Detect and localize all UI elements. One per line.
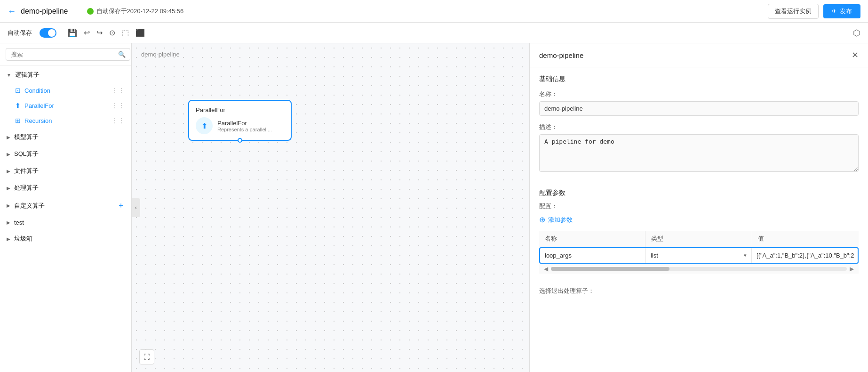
auto-save-label: 自动保存 xyxy=(8,29,32,37)
collapse-sidebar-button[interactable]: ‹ xyxy=(132,198,140,217)
param-value-cell[interactable]: [{"A_a":1,"B_b":2},{"A_a":10,"B_b":2 xyxy=(752,248,858,263)
col-header-type: 类型 xyxy=(645,231,752,247)
config-params-section: 配置参数 配置： ⊕ 添加参数 名称 类型 值 xyxy=(530,181,868,281)
right-panel: demo-pipeline ✕ 基础信息 名称： 描述： A pipeline … xyxy=(529,43,868,372)
redo-icon[interactable]: ↪ xyxy=(96,28,103,37)
canvas-area[interactable]: demo-pipeline ‹ ParallelFor ⬆ ParallelFo… xyxy=(132,43,529,372)
parallelfor-label: ParallelFor xyxy=(24,102,111,109)
sidebar-group-process: ▶ 处理算子 xyxy=(0,179,131,196)
add-custom-icon[interactable]: ＋ xyxy=(117,201,125,210)
param-table-header: 名称 类型 值 xyxy=(539,231,859,247)
parallelfor-node-icon: ⬆ xyxy=(201,121,207,130)
status-dot xyxy=(87,8,94,15)
arrow-right-icon5: ▶ xyxy=(7,203,10,208)
sidebar-group-custom-header[interactable]: ▶ 自定义算子 ＋ xyxy=(0,196,131,214)
node-name: ParallelFor xyxy=(217,120,272,127)
param-value-text: [{"A_a":1,"B_b":2},{"A_a":10,"B_b":2 xyxy=(757,252,854,259)
sidebar-group-process-header[interactable]: ▶ 处理算子 xyxy=(0,179,131,196)
auto-save-text: 自动保存于2020-12-22 09:45:56 xyxy=(96,7,184,16)
param-type-select[interactable]: list ▾ xyxy=(651,252,747,259)
scroll-right-arrow[interactable]: ▶ xyxy=(850,266,854,272)
sidebar-item-parallelfor[interactable]: ⬆ ParallelFor ⋮⋮ xyxy=(0,98,131,113)
sidebar-item-condition[interactable]: ⊡ Condition ⋮⋮ xyxy=(0,83,131,98)
node-title: ParallelFor xyxy=(196,106,284,113)
param-type-cell[interactable]: list ▾ xyxy=(646,248,752,263)
drag-handle-icon2[interactable]: ⋮⋮ xyxy=(111,102,125,109)
fullscreen-icon: ⛶ xyxy=(143,353,150,361)
add-param-button[interactable]: ⊕ 添加参数 xyxy=(539,215,859,224)
condition-label: Condition xyxy=(24,87,111,94)
undo-icon[interactable]: ↩ xyxy=(84,28,90,37)
view-instances-button[interactable]: 查看运行实例 xyxy=(768,4,819,19)
scrollbar-thumb[interactable] xyxy=(551,267,669,271)
run-icon[interactable]: ⊙ xyxy=(109,28,115,37)
sidebar-group-test-label: test xyxy=(14,219,125,226)
param-name-cell[interactable] xyxy=(540,248,646,263)
param-table-row: list ▾ [{"A_a":1,"B_b":2},{"A_a":10,"B_b… xyxy=(539,247,859,264)
node-description: Represents a parallel ... xyxy=(217,127,272,132)
sidebar-group-trash-header[interactable]: ▶ 垃圾箱 xyxy=(0,230,131,247)
parallelfor-node[interactable]: ParallelFor ⬆ ParallelFor Represents a p… xyxy=(188,100,292,141)
node-port[interactable] xyxy=(238,138,242,143)
add-param-label: 添加参数 xyxy=(548,216,573,224)
back-button[interactable]: ← xyxy=(8,7,16,16)
auto-save-toggle[interactable] xyxy=(40,28,56,38)
arrow-right-icon4: ▶ xyxy=(7,186,10,191)
page-title: demo-pipeline xyxy=(21,7,68,16)
desc-label: 描述： xyxy=(539,123,859,131)
sidebar-group-model-header[interactable]: ▶ 模型算子 xyxy=(0,128,131,145)
desc-textarea[interactable]: A pipeline for demo xyxy=(539,134,859,172)
sidebar-group-model-label: 模型算子 xyxy=(14,133,125,141)
name-input[interactable] xyxy=(539,101,859,116)
search-input[interactable] xyxy=(6,48,130,61)
sidebar-group-trash: ▶ 垃圾箱 xyxy=(0,230,131,247)
publish-icon: ✈ xyxy=(832,8,837,15)
param-type-value: list xyxy=(651,252,658,259)
close-panel-button[interactable]: ✕ xyxy=(852,50,859,60)
toolbar-icons: 💾 ↩ ↪ ⊙ ⬚ ⬛ xyxy=(68,28,145,37)
param-name-input[interactable] xyxy=(545,252,641,259)
scrollbar-track[interactable] xyxy=(551,267,847,271)
publish-button[interactable]: ✈ 发布 xyxy=(823,4,860,18)
scrollbar-row: ◀ ▶ xyxy=(539,264,859,274)
arrow-right-icon: ▶ xyxy=(7,135,10,140)
canvas-label: demo-pipeline xyxy=(141,51,180,58)
export2-icon[interactable]: ⬛ xyxy=(135,28,145,37)
condition-icon: ⊡ xyxy=(15,87,21,94)
fullscreen-button[interactable]: ⛶ xyxy=(139,349,154,364)
sidebar-group-sql-header[interactable]: ▶ SQL算子 xyxy=(0,145,131,162)
main-area: 🔍 ▼ 逻辑算子 ⊡ Condition ⋮⋮ ⬆ ParallelFor ⋮⋮… xyxy=(0,43,868,372)
arrow-right-icon3: ▶ xyxy=(7,169,10,174)
chevron-down-icon: ▾ xyxy=(744,252,747,259)
arrow-right-icon2: ▶ xyxy=(7,152,10,157)
drag-handle-icon[interactable]: ⋮⋮ xyxy=(111,87,125,94)
sidebar-group-sql-label: SQL算子 xyxy=(14,150,125,158)
recursion-icon: ⊞ xyxy=(15,117,21,124)
basic-info-title: 基础信息 xyxy=(539,75,859,83)
sidebar-group-custom-label: 自定义算子 xyxy=(14,202,117,210)
sidebar-group-test-header[interactable]: ▶ test xyxy=(0,214,131,230)
sidebar-group-trash-label: 垃圾箱 xyxy=(14,235,125,243)
gear-icon[interactable]: ⬡ xyxy=(853,28,860,38)
export1-icon[interactable]: ⬚ xyxy=(122,28,129,37)
sidebar-group-custom: ▶ 自定义算子 ＋ xyxy=(0,196,131,214)
basic-info-section: 基础信息 名称： 描述： A pipeline for demo xyxy=(530,67,868,181)
collapse-icon: ‹ xyxy=(135,204,137,211)
canvas-content[interactable]: demo-pipeline ‹ ParallelFor ⬆ ParallelFo… xyxy=(132,43,529,372)
scroll-left-arrow[interactable]: ◀ xyxy=(544,266,548,272)
topbar-right: 查看运行实例 ✈ 发布 xyxy=(768,4,860,19)
col-header-value: 值 xyxy=(752,231,859,247)
sidebar-group-file-header[interactable]: ▶ 文件算子 xyxy=(0,162,131,179)
search-icon: 🔍 xyxy=(118,51,126,58)
recursion-label: Recursion xyxy=(24,117,111,124)
node-icon: ⬆ xyxy=(196,117,213,134)
parallelfor-icon: ⬆ xyxy=(15,102,21,109)
save-icon[interactable]: 💾 xyxy=(68,28,77,37)
sidebar-group-logic-header[interactable]: ▼ 逻辑算子 xyxy=(0,66,131,83)
name-label: 名称： xyxy=(539,90,859,98)
search-bar: 🔍 xyxy=(0,43,131,66)
sidebar-group-logic: ▼ 逻辑算子 ⊡ Condition ⋮⋮ ⬆ ParallelFor ⋮⋮ ⊞… xyxy=(0,66,131,128)
sidebar-item-recursion[interactable]: ⊞ Recursion ⋮⋮ xyxy=(0,113,131,128)
topbar-left: ← demo-pipeline 自动保存于2020-12-22 09:45:56 xyxy=(8,7,183,16)
drag-handle-icon3[interactable]: ⋮⋮ xyxy=(111,117,125,124)
